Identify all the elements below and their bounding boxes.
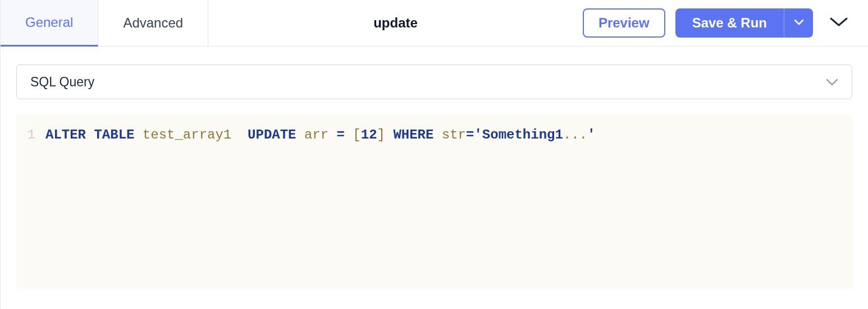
sql-punct: ]	[377, 127, 385, 142]
preview-button[interactable]: Preview	[583, 8, 665, 38]
sql-string: '	[474, 127, 482, 142]
query-title: update	[208, 0, 583, 46]
save-run-button[interactable]: Save & Run	[675, 8, 784, 38]
sql-keyword: TABLE	[94, 127, 134, 142]
sql-keyword: ALTER	[45, 127, 86, 142]
sql-ellipsis: ...	[563, 127, 587, 142]
sql-keyword: UPDATE	[248, 127, 296, 142]
tab-general[interactable]: General	[1, 0, 98, 47]
sql-punct: [	[353, 127, 360, 142]
query-type-select[interactable]: SQL Query	[16, 64, 852, 99]
select-value: SQL Query	[30, 75, 94, 90]
chevron-down-icon	[829, 16, 848, 30]
title-text: update	[373, 15, 418, 31]
collapse-panel-button[interactable]	[823, 8, 855, 38]
chevron-down-icon	[794, 18, 804, 28]
sql-identifier: arr	[304, 127, 328, 142]
button-label: Save & Run	[692, 15, 767, 30]
sql-operator: =	[466, 127, 474, 142]
code-line: 1 ALTER TABLE test_array1 UPDATE arr = […	[23, 125, 846, 145]
top-bar: General Advanced update Preview Save & R…	[0, 0, 868, 47]
chevron-down-icon	[826, 75, 838, 90]
button-label: Preview	[599, 15, 650, 31]
sql-identifier: str	[442, 127, 466, 142]
save-run-more-button[interactable]	[784, 8, 813, 38]
sql-keyword: WHERE	[393, 127, 433, 142]
sql-string: '	[587, 127, 595, 142]
tabs: General Advanced	[1, 0, 208, 46]
sql-identifier: test_array1	[143, 127, 231, 142]
sql-number: 12	[361, 127, 377, 142]
tab-label: Advanced	[123, 15, 183, 31]
line-number: 1	[23, 125, 45, 145]
save-run-group: Save & Run	[675, 8, 813, 38]
sql-string: Something1	[482, 127, 563, 142]
sql-editor[interactable]: 1 ALTER TABLE test_array1 UPDATE arr = […	[16, 115, 852, 289]
actions: Preview Save & Run	[583, 0, 868, 46]
code-content: ALTER TABLE test_array1 UPDATE arr = [12…	[45, 125, 596, 145]
tab-advanced[interactable]: Advanced	[98, 0, 208, 46]
sql-operator: =	[337, 127, 345, 142]
tab-label: General	[25, 15, 73, 30]
content: SQL Query 1 ALTER TABLE test_array1 UPDA…	[0, 47, 868, 309]
